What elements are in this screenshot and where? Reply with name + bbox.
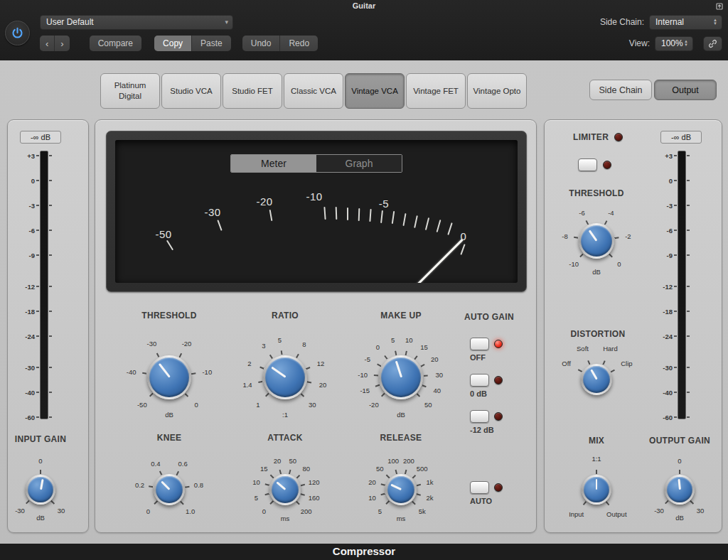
auto-gain-off-option: OFF [470, 338, 503, 362]
output-level-readout: -∞ dB [660, 131, 702, 144]
knob-dial[interactable] [147, 355, 191, 399]
ratio-knob[interactable]: 11.42358122030:1 [235, 329, 335, 426]
auto-gain--12-db-button[interactable] [470, 410, 489, 423]
knob-scale-label: 0 [262, 507, 266, 515]
attack-label: ATTACK [267, 433, 302, 443]
power-button[interactable] [5, 21, 30, 45]
knob-dial[interactable] [269, 474, 301, 505]
meter-scale-label: -9 [648, 251, 673, 259]
knob-unit-label: ms [281, 515, 290, 522]
make-up-knob[interactable]: -20-15-10-505101520304050dB [351, 329, 451, 426]
ratio-label: RATIO [272, 311, 299, 321]
model-tab-vintage-opto[interactable]: Vintage Opto [467, 73, 527, 109]
knob-scale-label: -30 [654, 506, 664, 514]
undo-button[interactable]: Undo [242, 36, 280, 51]
copy-button[interactable]: Copy [154, 36, 191, 51]
knob-dial[interactable] [582, 475, 611, 505]
knob-dial[interactable] [154, 474, 185, 505]
meter-scale-label: -60 [11, 414, 35, 421]
power-icon [11, 26, 24, 40]
knob-scale-label: -30 [147, 339, 157, 347]
auto-gain-off-button[interactable] [470, 338, 489, 350]
prev-preset-button[interactable]: ‹ [40, 36, 54, 51]
side-chain-dropdown[interactable]: Internal ▲▼ [649, 15, 722, 30]
knob-scale-label: 10 [252, 478, 260, 486]
input-gain-knob[interactable]: -30030dB [0, 453, 82, 527]
meter-tick [36, 392, 39, 393]
mix-knob[interactable]: Input1:1Output [555, 453, 638, 527]
knob-scale-label: -40 [127, 367, 136, 375]
model-tab-platinum-digital[interactable]: Platinum Digital [100, 73, 160, 109]
preset-nav: ‹ › [40, 36, 70, 51]
knob-dial[interactable] [385, 474, 417, 505]
knob-scale-label: 8 [302, 340, 306, 348]
knob-scale-label: 10 [368, 493, 376, 501]
knob-dial[interactable] [379, 355, 423, 399]
knob-scale-label: -50 [137, 401, 147, 409]
vu-tick [392, 211, 395, 224]
meter-scale-label: -24 [11, 332, 35, 340]
auto-gain-off-label: OFF [470, 353, 503, 362]
vu-tick [414, 215, 418, 228]
meter-scale-label: -30 [11, 364, 35, 372]
meter-tick [49, 311, 52, 312]
knob-dial[interactable] [581, 364, 612, 395]
meter-tick [49, 416, 52, 418]
redo-button[interactable]: Redo [279, 36, 318, 51]
knob-scale-label: 5 [378, 507, 382, 515]
knob-dial[interactable] [263, 355, 307, 399]
open-in-window-icon [715, 2, 724, 11]
knob-dial[interactable] [665, 475, 695, 505]
compare-button[interactable]: Compare [90, 36, 141, 51]
knob-scale-label: 12 [317, 359, 325, 367]
model-tab-vintage-fet[interactable]: Vintage FET [406, 73, 466, 109]
limiter-threshold-knob[interactable]: -10-8-6-4-20dB [550, 196, 643, 286]
toggle-side-chain[interactable]: Side Chain [589, 80, 652, 100]
knob-dial[interactable] [579, 223, 614, 259]
meter-tick [687, 311, 690, 312]
threshold-knob[interactable]: -50-40-30-20-100dB [119, 329, 219, 426]
meter-scale-label: -3 [11, 202, 35, 210]
model-tab-classic-vca[interactable]: Classic VCA [284, 73, 343, 109]
auto-gain-0-db-button[interactable] [470, 374, 489, 387]
view-zoom-dropdown[interactable]: 100% ▲▼ [655, 36, 693, 51]
meter-tick [687, 230, 690, 231]
tab-graph[interactable]: Graph [316, 155, 402, 172]
auto-release-button[interactable] [470, 481, 489, 494]
next-preset-button[interactable]: › [54, 36, 69, 51]
knob-scale-label: -30 [15, 506, 25, 514]
knob-dial[interactable] [26, 475, 55, 505]
meter-tick [674, 416, 677, 418]
knob-scale-label: -10 [569, 259, 579, 267]
toggle-output[interactable]: Output [654, 80, 717, 100]
detach-window-icon[interactable] [714, 1, 724, 11]
limiter-engage-button[interactable] [578, 158, 597, 171]
meter-tick [687, 416, 690, 418]
model-tab-studio-fet[interactable]: Studio FET [223, 73, 282, 109]
knob-scale-label: 0 [678, 457, 681, 465]
model-tab-studio-vca[interactable]: Studio VCA [161, 73, 221, 109]
knob-unit-label: dB [397, 411, 405, 419]
release-knob[interactable]: 51020501002005001k2k5kms [360, 450, 442, 529]
model-tab-vintage-vca[interactable]: Vintage VCA [345, 73, 405, 109]
vu-tick [369, 209, 371, 222]
paste-button[interactable]: Paste [191, 36, 231, 51]
knob-scale-label: 15 [420, 343, 428, 350]
output-gain-knob[interactable]: -30030dB [638, 453, 721, 527]
tab-meter[interactable]: Meter [231, 155, 316, 172]
knob-unit-label: :1 [282, 411, 288, 419]
knob-scale-label: 0.4 [151, 459, 160, 467]
attack-knob[interactable]: 051015205080120160200ms [244, 450, 326, 529]
preset-dropdown[interactable]: User Default ▾ [40, 15, 233, 30]
meter-tick [687, 286, 690, 287]
link-button[interactable] [703, 36, 722, 51]
distortion-knob[interactable]: OffSoftHardClip [552, 343, 641, 416]
header-row-2: ‹ › Compare Copy Paste Undo Redo View: 1… [40, 36, 722, 51]
knee-knob[interactable]: 00.20.40.60.81.0 [128, 450, 210, 529]
stepper-icon: ▲▼ [713, 18, 717, 26]
knob-cap [28, 477, 53, 502]
knob-unit-label: dB [675, 514, 684, 522]
knee-label: KNEE [157, 433, 182, 443]
meter-tick [674, 180, 677, 181]
meter-scale-label: +3 [11, 151, 35, 159]
